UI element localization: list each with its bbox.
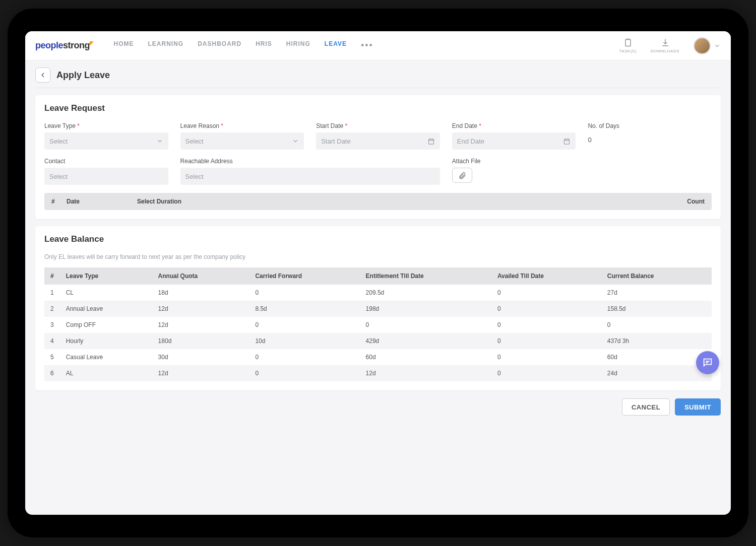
leave-balance-title: Leave Balance (44, 234, 712, 244)
leave-request-title: Leave Request (44, 103, 712, 113)
brand-logo: peoplestrong◤ (35, 40, 94, 51)
table-row: 3Comp OFF12d0000 (44, 317, 712, 333)
arrow-left-icon (39, 71, 47, 79)
balance-table: # Leave Type Annual Quota Carried Forwar… (44, 267, 712, 381)
nav-leave[interactable]: LEAVE (325, 40, 347, 51)
avatar (694, 37, 711, 54)
chevron-down-icon (156, 138, 163, 145)
balance-note: Only EL leaves will be carry forward to … (44, 253, 712, 260)
field-no-of-days: No. of Days 0 (588, 122, 712, 150)
leave-request-card: Leave Request Leave Type * Leave Reason … (35, 95, 721, 219)
reachable-address-input[interactable] (180, 168, 440, 185)
download-icon (660, 38, 670, 48)
field-end-date: End Date * (452, 122, 576, 150)
leave-type-select[interactable] (44, 132, 168, 150)
table-row: 1CL18d0209.5d027d (44, 285, 712, 301)
field-leave-reason: Leave Reason * (180, 122, 304, 150)
nav-hris[interactable]: HRIS (256, 40, 272, 51)
table-row: 6AL12d012d024d (44, 365, 712, 381)
contact-input[interactable] (44, 168, 168, 185)
start-date-input[interactable] (316, 132, 440, 150)
chevron-down-icon (292, 138, 299, 145)
back-button[interactable] (35, 67, 50, 83)
field-contact: Contact (44, 158, 168, 185)
nav-hiring[interactable]: HIRING (286, 40, 310, 51)
nav-home[interactable]: HOME (114, 40, 134, 51)
chevron-down-icon (714, 42, 721, 49)
top-bar: peoplestrong◤ HOME LEARNING DASHBOARD HR… (25, 31, 731, 60)
nav-more-icon[interactable]: ••• (361, 40, 373, 51)
cancel-button[interactable]: CANCEL (622, 398, 670, 416)
downloads-button[interactable]: DOWNLOADS (651, 38, 679, 53)
clipboard-icon (623, 38, 633, 48)
svg-rect-1 (428, 139, 433, 144)
table-row: 5Casual Leave30d060d060d (44, 349, 712, 365)
attach-file-button[interactable] (452, 168, 472, 183)
calendar-icon (563, 138, 571, 145)
table-row: 4Hourly180d10d429d0437d 3h (44, 333, 712, 349)
submit-button[interactable]: SUBMIT (675, 398, 721, 416)
leave-balance-card: Leave Balance Only EL leaves will be car… (35, 226, 721, 390)
field-reachable-address: Reachable Address (180, 158, 440, 185)
profile-menu[interactable] (694, 37, 721, 54)
page-title: Apply Leave (56, 70, 110, 81)
svg-rect-2 (564, 139, 570, 144)
end-date-input[interactable] (452, 132, 576, 150)
chat-icon (702, 357, 713, 368)
leave-reason-select[interactable] (180, 132, 304, 150)
attachment-icon (458, 171, 466, 179)
page-header: Apply Leave (35, 67, 721, 88)
field-start-date: Start Date * (316, 122, 440, 150)
table-row: 2Annual Leave12d8.5d198d0158.5d (44, 301, 712, 317)
field-attach-file: Attach File (452, 158, 576, 185)
svg-rect-0 (625, 39, 631, 46)
chat-fab[interactable] (696, 351, 719, 374)
no-of-days-value: 0 (588, 132, 712, 144)
form-actions: CANCEL SUBMIT (35, 398, 721, 416)
main-nav: HOME LEARNING DASHBOARD HRIS HIRING LEAV… (114, 40, 373, 51)
calendar-icon (427, 138, 435, 145)
duration-table-header: # Date Select Duration Count (44, 193, 712, 210)
tasks-button[interactable]: TASK(S) (619, 38, 637, 53)
nav-dashboard[interactable]: DASHBOARD (198, 40, 241, 51)
field-leave-type: Leave Type * (44, 122, 168, 150)
nav-learning[interactable]: LEARNING (148, 40, 184, 51)
